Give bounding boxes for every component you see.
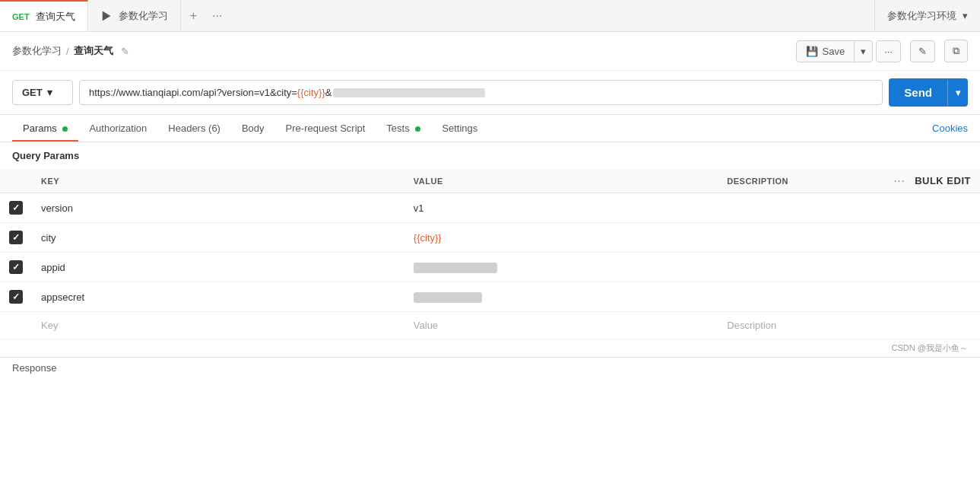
checkbox-appsecret[interactable]	[9, 290, 23, 304]
tab-tests[interactable]: Tests	[376, 115, 431, 142]
checkbox-version[interactable]	[9, 201, 23, 215]
placeholder-key-cell[interactable]: Key	[32, 312, 404, 339]
tab-settings[interactable]: Settings	[431, 115, 488, 142]
env-chevron-icon: ▾	[963, 10, 968, 21]
edit-icon-button[interactable]: ✎	[910, 40, 935, 62]
url-suffix: &	[325, 87, 332, 98]
save-label: Save	[823, 46, 845, 57]
breadcrumb-edit-icon[interactable]: ✎	[121, 46, 129, 57]
environment-selector[interactable]: 参数化学习环境 ▾	[874, 0, 980, 31]
toolbar-buttons: 💾 Save ▾ ··· ✎ ⧉	[796, 40, 968, 62]
table-header-row: KEY VALUE DESCRIPTION ··· Bulk Edit	[0, 169, 980, 193]
url-input[interactable]: https://www.tianqiapi.com/api?version=v1…	[79, 80, 883, 105]
table-row: appid	[0, 253, 980, 282]
tab-param-study[interactable]: 参数化学习	[88, 0, 181, 31]
tab-body[interactable]: Body	[231, 115, 275, 142]
row-desc-cell[interactable]	[718, 282, 980, 312]
checkbox-city[interactable]	[9, 231, 23, 244]
play-icon	[100, 10, 113, 22]
params-table: KEY VALUE DESCRIPTION ··· Bulk Edit vers…	[0, 169, 980, 339]
row-value-cell[interactable]	[404, 282, 718, 312]
placeholder-value-cell[interactable]: Value	[404, 312, 718, 339]
row-checkbox-cell[interactable]	[0, 223, 32, 253]
breadcrumb-bar: 参数化学习 / 查询天气 ✎ 💾 Save ▾ ··· ✎ ⧉	[0, 32, 980, 71]
tab-params-label: Params	[23, 123, 57, 134]
url-bar: GET ▾ https://www.tianqiapi.com/api?vers…	[0, 71, 980, 115]
table-row: version v1	[0, 193, 980, 223]
params-dot	[62, 126, 68, 132]
tab-pre-request-label: Pre-request Script	[286, 123, 366, 134]
row-checkbox-cell[interactable]	[0, 193, 32, 223]
watermark: CSDN @我是小鱼～	[0, 339, 980, 357]
col-header-desc: DESCRIPTION ··· Bulk Edit	[718, 169, 980, 193]
tab-overflow-button[interactable]: ···	[206, 0, 228, 31]
col-desc-label: DESCRIPTION	[727, 177, 788, 186]
row-desc-cell[interactable]	[718, 223, 980, 253]
table-placeholder-row: Key Value Description	[0, 312, 980, 339]
tab-body-label: Body	[242, 123, 265, 134]
row-desc-cell[interactable]	[718, 253, 980, 282]
response-section-label: Response	[0, 357, 980, 378]
tab-authorization-label: Authorization	[89, 123, 147, 134]
url-prefix: https://www.tianqiapi.com/api?version=v1…	[89, 87, 297, 98]
tab-authorization[interactable]: Authorization	[78, 115, 157, 142]
row-key-cell[interactable]: version	[32, 193, 404, 223]
variable-value: {{city}}	[414, 232, 442, 244]
method-value: GET	[22, 87, 43, 98]
request-tabs: Params Authorization Headers (6) Body Pr…	[0, 115, 980, 142]
col-header-extras: ··· Bulk Edit	[894, 175, 971, 186]
table-options-icon[interactable]: ···	[894, 177, 905, 186]
row-key-cell[interactable]: city	[32, 223, 404, 253]
placeholder-check-cell	[0, 312, 32, 339]
bulk-edit-button[interactable]: Bulk Edit	[915, 175, 971, 186]
save-chevron-button[interactable]: ▾	[854, 41, 872, 62]
tab-headers-label: Headers (6)	[168, 123, 220, 134]
col-header-key: KEY	[32, 169, 404, 193]
copy-icon-button[interactable]: ⧉	[944, 40, 968, 62]
row-value-cell[interactable]	[404, 253, 718, 282]
send-main-button[interactable]: Send	[889, 78, 947, 107]
cookies-link[interactable]: Cookies	[932, 115, 968, 142]
save-disk-icon: 💾	[806, 46, 818, 57]
edit-icon: ✎	[918, 46, 927, 57]
tab-bar: GET 查询天气 参数化学习 + ··· 参数化学习环境 ▾	[0, 0, 980, 32]
method-badge: GET	[12, 12, 30, 21]
row-desc-cell[interactable]	[718, 193, 980, 223]
method-chevron-icon: ▾	[47, 87, 52, 98]
url-blurred-part	[333, 88, 485, 97]
tab-settings-label: Settings	[442, 123, 477, 134]
tab-params[interactable]: Params	[12, 115, 78, 142]
row-value-cell[interactable]: {{city}}	[404, 223, 718, 253]
row-key-cell[interactable]: appid	[32, 253, 404, 282]
blurred-appid-value	[414, 263, 497, 273]
url-variable: {{city}}	[297, 87, 325, 98]
tab-add-button[interactable]: +	[181, 0, 206, 31]
placeholder-desc-cell[interactable]: Description	[718, 312, 980, 339]
checkbox-appid[interactable]	[9, 260, 23, 274]
table-row: appsecret	[0, 282, 980, 312]
breadcrumb-separator: /	[66, 46, 69, 57]
row-checkbox-cell[interactable]	[0, 282, 32, 312]
send-button-group[interactable]: Send ▾	[889, 78, 968, 107]
breadcrumb-parent[interactable]: 参数化学习	[12, 44, 62, 58]
row-key-cell[interactable]: appsecret	[32, 282, 404, 312]
toolbar-more-button[interactable]: ···	[876, 40, 901, 62]
tab-pre-request[interactable]: Pre-request Script	[275, 115, 376, 142]
svg-marker-0	[103, 11, 110, 21]
row-value-cell[interactable]: v1	[404, 193, 718, 223]
tests-dot	[415, 126, 420, 132]
tab-get-weather[interactable]: GET 查询天气	[0, 0, 88, 31]
send-chevron-icon[interactable]: ▾	[947, 80, 968, 106]
blurred-appsecret-value	[414, 292, 482, 303]
tab-label: 参数化学习	[119, 9, 168, 23]
col-header-value: VALUE	[404, 169, 718, 193]
tab-headers[interactable]: Headers (6)	[157, 115, 231, 142]
row-checkbox-cell[interactable]	[0, 253, 32, 282]
query-params-section-label: Query Params	[0, 142, 980, 169]
tab-tests-label: Tests	[386, 123, 409, 134]
env-label: 参数化学习环境	[887, 9, 956, 23]
save-main-button[interactable]: 💾 Save	[797, 41, 855, 62]
table-row: city {{city}}	[0, 223, 980, 253]
col-header-check	[0, 169, 32, 193]
method-selector[interactable]: GET ▾	[12, 80, 73, 105]
